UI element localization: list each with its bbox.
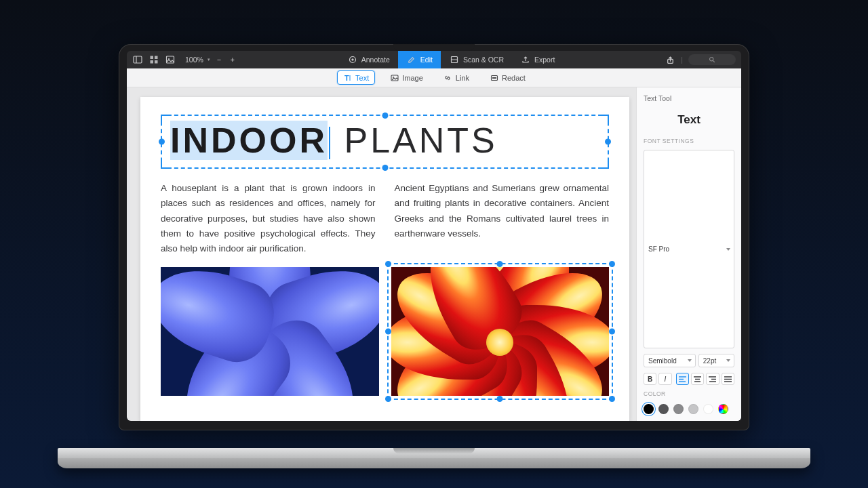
search-field[interactable]: [688, 54, 736, 65]
tab-edit-label: Edit: [420, 56, 433, 64]
edit-toolbar: T Text Image Link Redact: [127, 68, 741, 87]
grid-view-icon[interactable]: [149, 54, 159, 65]
image-row: [161, 267, 609, 396]
color-swatch-darkgray[interactable]: [658, 404, 669, 414]
zoom-out-button[interactable]: −: [214, 56, 224, 64]
color-swatches: [644, 403, 734, 414]
notch: [393, 44, 475, 51]
tool-image[interactable]: Image: [384, 71, 429, 84]
svg-text:T: T: [344, 74, 349, 82]
laptop-base: [58, 448, 810, 468]
tool-text[interactable]: T Text: [337, 70, 375, 85]
tab-annotate[interactable]: Annotate: [339, 51, 398, 68]
align-center-button[interactable]: [691, 373, 704, 385]
image-blue-flower[interactable]: [161, 267, 379, 396]
sidebar-toggle-icon[interactable]: [132, 54, 143, 65]
app-window: 100% ▾ − + Annotate Edit: [127, 51, 741, 421]
image-tool-icon: [390, 73, 399, 82]
align-right-button[interactable]: [706, 373, 719, 385]
font-weight-select[interactable]: Semibold: [644, 354, 696, 367]
svg-rect-5: [155, 60, 158, 64]
image-red-flower[interactable]: [391, 267, 610, 396]
text-caret: [329, 127, 330, 159]
style-buttons: B I: [644, 373, 734, 385]
tool-text-label: Text: [355, 74, 369, 82]
redact-tool-icon: [490, 73, 498, 82]
body-columns: A houseplant is a plant that is grown in…: [161, 181, 609, 256]
tool-link-label: Link: [456, 74, 469, 82]
tab-edit[interactable]: Edit: [398, 51, 441, 68]
tool-redact-label: Redact: [502, 74, 526, 82]
italic-button[interactable]: I: [658, 373, 671, 385]
color-swatch-lightgray[interactable]: [688, 404, 698, 414]
tab-annotate-label: Annotate: [361, 56, 390, 64]
svg-rect-19: [492, 77, 496, 79]
text-sample: Text: [644, 108, 734, 132]
svg-point-12: [710, 58, 713, 61]
workspace: INDOOR PLANTS A houseplant is a plant th…: [127, 87, 741, 421]
tab-export-label: Export: [534, 56, 555, 64]
tab-scan-ocr[interactable]: Scan & OCR: [441, 51, 512, 68]
body-column-1[interactable]: A houseplant is a plant that is grown in…: [161, 181, 376, 256]
document-heading[interactable]: INDOOR PLANTS: [170, 120, 599, 161]
bold-button[interactable]: B: [644, 373, 656, 385]
inspector-panel: Text Tool Text FONT SETTINGS SF Pro Semi…: [636, 87, 741, 421]
text-tool-icon: T: [343, 73, 352, 82]
svg-rect-4: [151, 60, 154, 64]
link-tool-icon: [443, 73, 452, 82]
svg-rect-0: [134, 56, 142, 63]
body-column-2[interactable]: Ancient Egyptians and Sumerians grew orn…: [395, 181, 610, 256]
font-family-select[interactable]: SF Pro: [644, 150, 734, 348]
canvas[interactable]: INDOOR PLANTS A houseplant is a plant th…: [127, 87, 636, 421]
heading-rest-text: PLANTS: [332, 121, 498, 160]
svg-rect-2: [151, 56, 154, 60]
thumbnail-view-icon[interactable]: [165, 54, 176, 65]
tool-link[interactable]: Link: [438, 71, 475, 84]
edit-icon: [406, 54, 417, 65]
color-swatch-gray[interactable]: [673, 404, 684, 414]
tool-image-label: Image: [402, 74, 423, 82]
font-settings-label: FONT SETTINGS: [644, 138, 734, 144]
tool-redact[interactable]: Redact: [484, 71, 531, 84]
share-icon[interactable]: [665, 54, 675, 65]
svg-rect-3: [155, 56, 158, 60]
laptop-frame: 100% ▾ − + Annotate Edit: [119, 44, 749, 464]
color-label: COLOR: [644, 390, 734, 397]
align-left-button[interactable]: [676, 373, 689, 385]
screen-bezel: 100% ▾ − + Annotate Edit: [119, 44, 749, 430]
export-icon: [520, 54, 531, 65]
scan-icon: [449, 54, 460, 65]
zoom-in-button[interactable]: +: [228, 56, 237, 64]
annotate-icon: [347, 54, 358, 65]
color-swatch-black[interactable]: [644, 404, 654, 414]
app-topbar: 100% ▾ − + Annotate Edit: [127, 51, 741, 68]
font-size-select[interactable]: 22pt: [698, 354, 734, 367]
panel-title: Text Tool: [644, 94, 734, 102]
color-swatch-white[interactable]: [703, 404, 713, 414]
text-selection-box[interactable]: INDOOR PLANTS: [161, 115, 609, 169]
align-justify-button[interactable]: [722, 373, 734, 385]
image-selection-box[interactable]: [387, 263, 614, 400]
svg-line-13: [713, 60, 714, 62]
zoom-level[interactable]: 100%: [185, 56, 203, 64]
heading-selected-text: INDOOR: [170, 121, 328, 160]
color-picker-button[interactable]: [718, 404, 728, 414]
tab-export[interactable]: Export: [512, 51, 563, 68]
tab-scan-label: Scan & OCR: [463, 56, 504, 64]
svg-rect-6: [167, 56, 174, 63]
document-page[interactable]: INDOOR PLANTS A houseplant is a plant th…: [140, 97, 629, 421]
